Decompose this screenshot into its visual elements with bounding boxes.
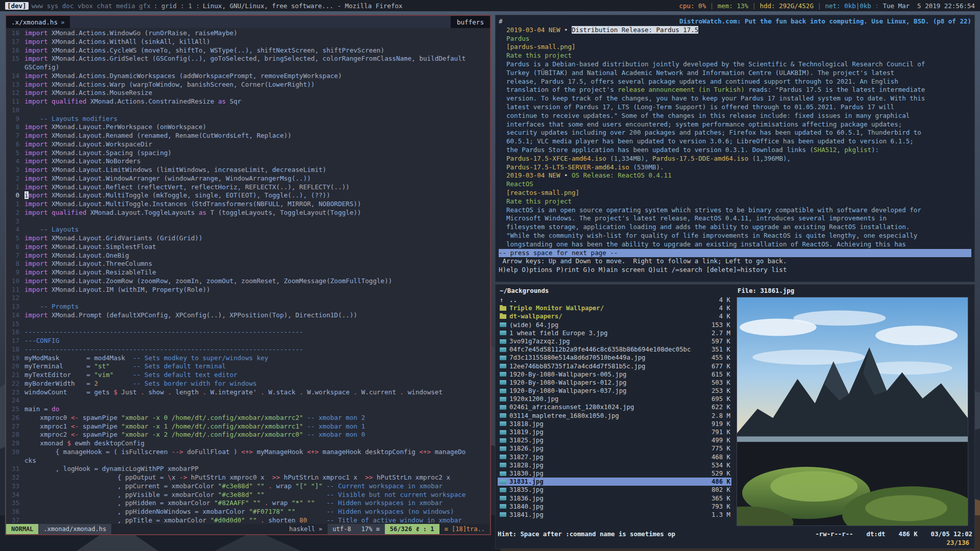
vim-line[interactable]: 15import XMonad.Actions.GridSelect (GSCo… bbox=[6, 55, 490, 63]
file-row[interactable]: 1 wheat field Europe 3.jpg2.7 M bbox=[498, 329, 731, 337]
workspace-list[interactable]: www sys doc vbox chat media gfx bbox=[32, 2, 151, 10]
vim-line[interactable]: 6import XMonad.Layout.SimplestFloat bbox=[6, 243, 490, 252]
link[interactable]: Rate this project bbox=[506, 197, 572, 205]
file-row[interactable]: 7d3c13155880e514a8d6d70510be449a.jpg455 … bbox=[498, 354, 731, 362]
vim-line[interactable]: 13 -- Prompts bbox=[6, 303, 490, 311]
file-row[interactable]: 03114_mapletree_1680x1050.jpg2.8 M bbox=[498, 412, 731, 420]
vim-line[interactable]: 20myTerminal = "st" -- Sets default term… bbox=[6, 362, 490, 371]
vim-line[interactable]: 11import qualified XMonad.Actions.Constr… bbox=[6, 97, 490, 106]
vim-line[interactable]: 17import XMonad.Actions.WithAll (sinkAll… bbox=[6, 38, 490, 46]
vim-line[interactable]: GSConfig) bbox=[6, 63, 490, 72]
file-row[interactable]: 1920-By-1080-Wallpapers-005.jpg615 K bbox=[498, 370, 731, 379]
file-row[interactable]: 31841.jpg1.3 M bbox=[498, 511, 731, 519]
link[interactable]: (in Turkish) bbox=[698, 86, 744, 93]
link[interactable]: release announcement bbox=[618, 86, 695, 93]
link[interactable]: SHA512 bbox=[814, 146, 837, 154]
vim-line[interactable]: 14import XMonad.Prompt (defaultXPConfig,… bbox=[6, 311, 490, 320]
file-row[interactable]: 02461_africansunset_1280x1024.jpg622 K bbox=[498, 403, 731, 411]
link[interactable]: OS Release: ReactOS 0.4.11 bbox=[572, 171, 672, 179]
link[interactable]: pkglist bbox=[844, 146, 871, 154]
vim-line[interactable]: 10import XMonad.Layout.ZoomRow (zoomRow,… bbox=[6, 277, 490, 286]
vim-line[interactable]: 37 , ppTitle = xmobarColor "#d0d0d0" "" … bbox=[6, 516, 490, 524]
vim-line[interactable]: 4import XMonad.Layout.NoBorders bbox=[6, 157, 490, 166]
vim-line[interactable]: 34 , ppVisible = xmobarColor "#c3e88d" "… bbox=[6, 491, 490, 499]
vim-line[interactable]: 30 { manageHook = ( isFullscreen --> doF… bbox=[6, 448, 490, 457]
vim-line[interactable]: 6import XMonad.Layout.WorkspaceDir bbox=[6, 140, 490, 149]
file-row[interactable]: 31840.jpg793 K bbox=[498, 503, 731, 511]
vim-line[interactable]: 29 xmonad $ ewmh desktopConfig bbox=[6, 439, 490, 448]
vim-line[interactable]: 4 -- Layouts bbox=[6, 226, 490, 234]
file-row[interactable]: 31836.jpg365 K bbox=[498, 494, 731, 503]
file-row[interactable]: ↑..4 K bbox=[498, 296, 731, 304]
vim-line[interactable]: 1import XMonad.Layout.MultiToggle.Instan… bbox=[6, 200, 490, 209]
vim-line[interactable]: 31 , logHook = dynamicLogWithPP xmobarPP bbox=[6, 465, 490, 473]
vim-line[interactable]: 8import XMonad.Layout.ThreeColumns bbox=[6, 260, 490, 268]
vim-line[interactable]: 3 bbox=[6, 217, 490, 226]
vim-line[interactable]: 15 bbox=[6, 320, 490, 329]
file-row[interactable]: (wide) 64.jpg153 K bbox=[498, 321, 731, 329]
file-row[interactable]: 31835.jpg802 K bbox=[498, 486, 731, 494]
vim-line[interactable]: 11import XMonad.Layout.IM (withIM, Prope… bbox=[6, 286, 490, 294]
vim-line[interactable]: 17---CONFIG bbox=[6, 337, 490, 345]
vim-line[interactable]: 10 bbox=[6, 106, 490, 115]
vim-line[interactable]: 2import qualified XMonad.Layout.ToggleLa… bbox=[6, 209, 490, 217]
vim-line[interactable]: 1import XMonad.Layout.Reflect (reflectVe… bbox=[6, 183, 490, 192]
vim-line[interactable]: 21myTextEditor = "vim" -- Sets default t… bbox=[6, 371, 490, 380]
vim-line[interactable]: 23windowCount = gets $ Just . show . len… bbox=[6, 388, 490, 397]
file-row[interactable]: Triple Monitor Wallpaper/4 K bbox=[498, 304, 731, 312]
link[interactable]: Rate this project bbox=[506, 52, 572, 59]
vim-line[interactable]: 9import XMonad.Layout.ResizableTile bbox=[6, 268, 490, 277]
file-row[interactable]: dt-wallpapers/4 K bbox=[498, 312, 731, 320]
vim-line[interactable]: 12import XMonad.Actions.MouseResize bbox=[6, 89, 490, 97]
vim-line[interactable]: 36 , ppHiddenNoWindows = xmobarColor "#F… bbox=[6, 508, 490, 516]
vim-line[interactable]: 7import XMonad.Layout.Renamed (renamed, … bbox=[6, 132, 490, 140]
file-row[interactable]: 31825.jpg499 K bbox=[498, 436, 731, 444]
file-row[interactable]: 1920x1200.jpg695 K bbox=[498, 395, 731, 403]
vim-line[interactable]: 16import XMonad.Actions.CycleWS (moveTo,… bbox=[6, 46, 490, 55]
workspace-current[interactable]: [dev] bbox=[5, 2, 29, 10]
vim-line[interactable]: 14import XMonad.Actions.DynamicWorkspace… bbox=[6, 72, 490, 81]
file-row[interactable]: 31827.jpg468 K bbox=[498, 453, 731, 461]
vim-line[interactable]: cks bbox=[6, 457, 490, 465]
file-row[interactable]: 31828.jpg534 K bbox=[498, 461, 731, 469]
vim-line[interactable]: 35 , ppHidden = xmobarColor "#82AAFF" ""… bbox=[6, 499, 490, 508]
vim-line[interactable]: 18import XMonad.Actions.WindowGo (runOrR… bbox=[6, 29, 490, 38]
file-list[interactable]: ↑..4 KTriple Monitor Wallpaper/4 Kdt-wal… bbox=[498, 296, 731, 530]
vim-tab-active[interactable]: .x/xmonad.hs » bbox=[6, 16, 70, 28]
vim-line[interactable]: 22myBorderWidth = 2 -- Sets border width… bbox=[6, 380, 490, 388]
vim-line[interactable]: 9 -- Layouts modifiers bbox=[6, 115, 490, 123]
file-row[interactable]: 3vo91g7azxqz.jpg597 K bbox=[498, 337, 731, 345]
vim-line[interactable]: 7import XMonad.Layout.OneBig bbox=[6, 252, 490, 260]
vim-line[interactable]: 18--------------------------------------… bbox=[6, 345, 490, 354]
file-row[interactable]: 31830.jpg529 K bbox=[498, 469, 731, 478]
vim-line[interactable]: 13import XMonad.Actions.Warp (warpToWind… bbox=[6, 81, 490, 89]
vim-line[interactable]: 28 xmproc2 <- spawnPipe "xmobar -x 2 /ho… bbox=[6, 431, 490, 439]
vim-line[interactable]: 19myModMask = mod4Mask -- Sets modkey to… bbox=[6, 354, 490, 363]
link[interactable]: Distribution Release: Pardus 17.5 bbox=[572, 26, 698, 34]
vim-line[interactable]: 8import XMonad.Layout.PerWorkspace (onWo… bbox=[6, 123, 490, 132]
file-row[interactable]: 31826.jpg775 K bbox=[498, 444, 731, 453]
vim-buffer[interactable]: 18import XMonad.Actions.WindowGo (runOrR… bbox=[6, 28, 490, 524]
file-row[interactable]: 31818.jpg919 K bbox=[498, 420, 731, 428]
vim-line[interactable]: 2import XMonad.Layout.WindowArranger (wi… bbox=[6, 174, 490, 183]
file-row[interactable]: 12ee746bb85735f1a7a4cd4d7f581b5c.jpg677 … bbox=[498, 362, 731, 370]
vim-line[interactable]: 27 xmproc1 <- spawnPipe "xmobar -x 1 /ho… bbox=[6, 422, 490, 431]
file-row[interactable]: 04fc7e45d58112b2a9fe446c8c6358b86b694e10… bbox=[498, 345, 731, 354]
vim-line[interactable]: 26 xmproc0 <- spawnPipe "xmobar -x 0 /ho… bbox=[6, 414, 490, 422]
link[interactable]: ReactOS bbox=[506, 180, 533, 188]
vim-line[interactable]: 3import XMonad.Layout.LimitWindows (limi… bbox=[6, 166, 490, 174]
file-row[interactable]: 31819.jpg791 K bbox=[498, 428, 731, 436]
vim-line[interactable]: 5import XMonad.Layout.Spacing (spacing) bbox=[6, 149, 490, 158]
vim-line[interactable]: 16--------------------------------------… bbox=[6, 328, 490, 337]
vim-line[interactable]: 5import XMonad.Layout.GridVariants (Grid… bbox=[6, 234, 490, 243]
link[interactable]: Pardus bbox=[506, 35, 529, 42]
vim-line[interactable]: 0import XMonad.Layout.MultiToggle (mkTog… bbox=[6, 191, 490, 200]
vim-line[interactable]: 25main = do bbox=[6, 405, 490, 414]
vim-line[interactable]: 12 bbox=[6, 294, 490, 303]
file-row[interactable]: 1920-By-1080-Wallpapers-012.jpg503 K bbox=[498, 379, 731, 387]
vim-line[interactable]: 32 { ppOutput = \x -> hPutStrLn xmproc0 … bbox=[6, 473, 490, 482]
buffers-label[interactable]: buffers bbox=[451, 16, 490, 28]
file-row[interactable]: 31831.jpg486 K bbox=[498, 478, 731, 486]
vim-line[interactable]: 24 bbox=[6, 396, 490, 405]
vim-line[interactable]: 33 , ppCurrent = xmobarColor "#c3e88d" "… bbox=[6, 482, 490, 491]
